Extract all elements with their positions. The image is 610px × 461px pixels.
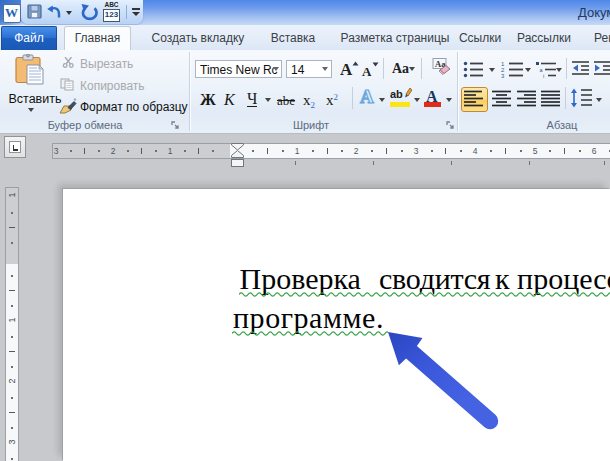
svg-text:3: 3 [501,73,505,78]
svg-text:i: i [543,73,544,78]
